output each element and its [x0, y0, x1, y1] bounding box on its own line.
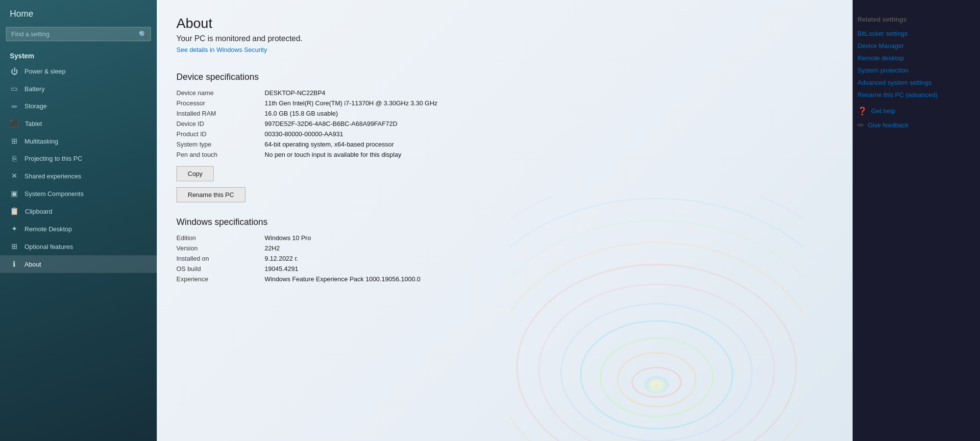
- device-manager-link[interactable]: Device Manager: [858, 42, 970, 49]
- svg-point-12: [644, 376, 669, 393]
- device-spec-table: Device name DESKTOP-NC22BP4 Processor 11…: [176, 89, 833, 158]
- rename-pc-button[interactable]: Rename this PC: [176, 187, 245, 202]
- sidebar-item-label: Storage: [24, 102, 47, 110]
- spec-label-product-id: Product ID: [176, 130, 255, 138]
- svg-point-6: [517, 265, 796, 441]
- advanced-system-link[interactable]: Advanced system settings: [858, 79, 970, 86]
- spec-label-installed-on: Installed on: [176, 255, 255, 262]
- spec-label-pen-touch: Pen and touch: [176, 151, 255, 158]
- sidebar-item-label: Tablet: [25, 120, 42, 127]
- about-icon: ℹ: [10, 260, 19, 269]
- spec-label-version: Version: [176, 245, 255, 252]
- sidebar: Home 🔍 System ⏻ Power & sleep ▭ Battery …: [0, 0, 157, 441]
- get-help-item[interactable]: ❓ Get help: [858, 106, 970, 116]
- system-components-icon: ▣: [10, 189, 19, 198]
- spec-value-experience: Windows Feature Experience Pack 1000.190…: [265, 275, 833, 283]
- spec-value-os-build: 19045.4291: [265, 265, 833, 272]
- sidebar-search-container: 🔍: [6, 27, 151, 41]
- sidebar-item-remote-desktop[interactable]: ✦ Remote Desktop: [0, 220, 157, 238]
- sidebar-item-label: About: [24, 261, 41, 268]
- spec-value-installed-on: 9.12.2022 г.: [265, 255, 833, 262]
- device-spec-title: Device specifications: [176, 72, 833, 82]
- svg-point-3: [581, 321, 733, 429]
- svg-point-4: [561, 304, 752, 441]
- spec-label-device-name: Device name: [176, 89, 255, 97]
- sidebar-item-label: Clipboard: [25, 208, 52, 215]
- sidebar-item-about[interactable]: ℹ About: [0, 255, 157, 273]
- spec-value-ram: 16.0 GB (15.8 GB usable): [265, 110, 833, 117]
- sidebar-item-multitasking[interactable]: ⊞ Multitasking: [0, 132, 157, 150]
- optional-features-icon: ⊞: [10, 242, 19, 251]
- sidebar-item-label: Projecting to this PC: [24, 155, 82, 162]
- svg-point-0: [632, 368, 681, 397]
- sidebar-item-optional-features[interactable]: ⊞ Optional features: [0, 238, 157, 255]
- sidebar-item-battery[interactable]: ▭ Battery: [0, 80, 157, 98]
- search-icon: 🔍: [139, 30, 147, 38]
- rename-advanced-link[interactable]: Rename this PC (advanced): [858, 91, 970, 98]
- multitasking-icon: ⊞: [10, 137, 19, 146]
- spec-label-edition: Edition: [176, 234, 255, 242]
- battery-icon: ▭: [10, 84, 19, 93]
- sidebar-item-storage[interactable]: ═ Storage: [0, 98, 157, 115]
- svg-point-5: [539, 284, 774, 441]
- system-protection-link[interactable]: System protection: [858, 67, 970, 74]
- sidebar-item-label: Optional features: [24, 243, 73, 250]
- sidebar-item-tablet[interactable]: ⬛ Tablet: [0, 115, 157, 132]
- give-feedback-item[interactable]: ✏ Give feedback: [858, 121, 970, 130]
- spec-value-version: 22H2: [265, 245, 833, 252]
- question-icon: ❓: [858, 106, 867, 116]
- get-help-link[interactable]: Get help: [871, 107, 895, 115]
- copy-button[interactable]: Copy: [176, 166, 214, 181]
- spec-value-processor: 11th Gen Intel(R) Core(TM) i7-11370H @ 3…: [265, 99, 833, 107]
- spec-label-system-type: System type: [176, 141, 255, 148]
- sidebar-item-system-components[interactable]: ▣ System Components: [0, 185, 157, 202]
- sidebar-item-clipboard[interactable]: 📋 Clipboard: [0, 202, 157, 220]
- sidebar-item-label: Remote Desktop: [24, 225, 72, 233]
- page-title: About: [176, 16, 833, 31]
- sidebar-item-label: Shared experiences: [24, 172, 81, 180]
- svg-point-1: [617, 353, 696, 407]
- remote-desktop-link[interactable]: Remote desktop: [858, 54, 970, 62]
- sidebar-item-label: Multitasking: [24, 138, 58, 145]
- related-settings-label: Related settings: [858, 16, 970, 23]
- main-content-area: About Your PC is monitored and protected…: [157, 0, 853, 441]
- spec-label-experience: Experience: [176, 275, 255, 283]
- svg-point-13: [649, 379, 664, 389]
- windows-spec-table: Edition Windows 10 Pro Version 22H2 Inst…: [176, 234, 833, 283]
- search-input[interactable]: [6, 27, 151, 41]
- sidebar-item-power-sleep[interactable]: ⏻ Power & sleep: [0, 63, 157, 80]
- shared-icon: ✕: [10, 172, 19, 180]
- security-status-text: Your PC is monitored and protected.: [176, 34, 833, 43]
- svg-point-2: [600, 338, 713, 416]
- spec-label-processor: Processor: [176, 99, 255, 107]
- sidebar-item-label: Battery: [24, 85, 45, 93]
- sidebar-home[interactable]: Home: [0, 0, 157, 25]
- give-feedback-link[interactable]: Give feedback: [868, 122, 908, 129]
- spec-value-system-type: 64-bit operating system, x64-based proce…: [265, 141, 833, 148]
- sidebar-section-label: System: [0, 47, 157, 63]
- spec-value-pen-touch: No pen or touch input is available for t…: [265, 151, 833, 158]
- storage-icon: ═: [10, 102, 19, 110]
- spec-label-ram: Installed RAM: [176, 110, 255, 117]
- feedback-icon: ✏: [858, 121, 864, 130]
- sidebar-item-projecting[interactable]: ⎘ Projecting to this PC: [0, 150, 157, 167]
- power-icon: ⏻: [10, 67, 19, 75]
- sidebar-item-label: System Components: [24, 190, 84, 197]
- spec-label-os-build: OS build: [176, 265, 255, 272]
- tablet-icon: ⬛: [10, 119, 19, 128]
- windows-spec-title: Windows specifications: [176, 217, 833, 227]
- spec-label-device-id: Device ID: [176, 120, 255, 127]
- right-panel: Related settings BitLocker settings Devi…: [853, 0, 980, 441]
- windows-security-link[interactable]: See details in Windows Security: [176, 46, 267, 53]
- remote-desktop-icon: ✦: [10, 224, 19, 233]
- clipboard-icon: 📋: [10, 207, 19, 216]
- spec-value-edition: Windows 10 Pro: [265, 234, 833, 242]
- sidebar-item-shared[interactable]: ✕ Shared experiences: [0, 167, 157, 185]
- spec-value-device-name: DESKTOP-NC22BP4: [265, 89, 833, 97]
- spec-value-device-id: 997DE52F-32D6-4A8C-B6BC-A68A99FAF72D: [265, 120, 833, 127]
- about-page: About Your PC is monitored and protected…: [176, 16, 833, 283]
- sidebar-item-label: Power & sleep: [24, 68, 66, 75]
- spec-value-product-id: 00330-80000-00000-AA931: [265, 130, 833, 138]
- bitlocker-link[interactable]: BitLocker settings: [858, 30, 970, 37]
- projecting-icon: ⎘: [10, 154, 19, 163]
